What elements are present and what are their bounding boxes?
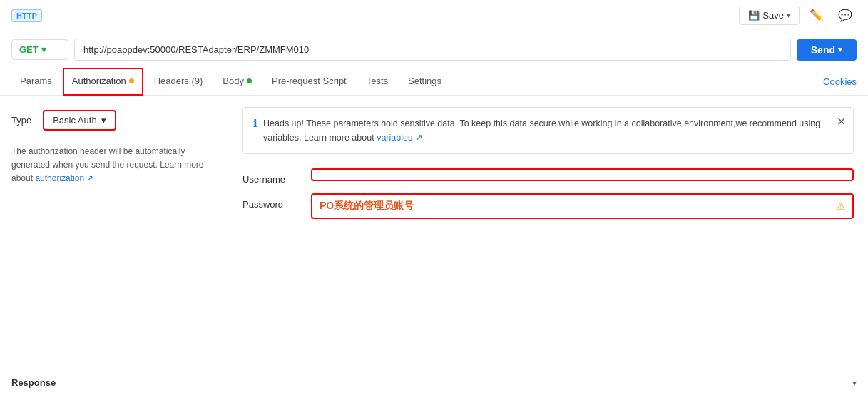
description-text: The authorization header will be automat… — [11, 145, 216, 186]
method-label: GET — [19, 44, 39, 55]
password-field-inner: PO系统的管理员账号 ⚠ — [312, 195, 852, 218]
edit-button[interactable]: ✏️ — [805, 4, 828, 26]
username-input-display — [312, 170, 852, 180]
top-bar-left: HTTP — [11, 10, 42, 21]
info-icon: ℹ — [253, 117, 257, 130]
save-button[interactable]: 💾 Save ▾ — [739, 6, 800, 25]
save-chevron-icon: ▾ — [787, 11, 790, 19]
password-label: Password — [242, 193, 300, 210]
close-banner-button[interactable]: ✕ — [837, 115, 846, 128]
edit-icon: ✏️ — [810, 9, 824, 21]
send-button[interactable]: Send ▾ — [797, 39, 857, 61]
authorization-link[interactable]: authorization ↗ — [35, 173, 93, 183]
tab-settings[interactable]: Settings — [399, 68, 450, 95]
tab-pre-request[interactable]: Pre-request Script — [263, 68, 355, 95]
top-bar: HTTP 💾 Save ▾ ✏️ 💬 — [0, 0, 868, 31]
method-select[interactable]: GET ▾ — [11, 39, 68, 60]
message-icon: 💬 — [838, 9, 852, 21]
method-chevron-icon: ▾ — [41, 44, 46, 55]
tab-headers[interactable]: Headers (9) — [145, 68, 212, 95]
tab-body[interactable]: Body — [214, 68, 260, 95]
password-value: PO系统的管理员账号 — [320, 200, 836, 213]
tab-tests[interactable]: Tests — [358, 68, 397, 95]
url-bar: GET ▾ Send ▾ — [0, 31, 868, 68]
left-panel: Type Basic Auth ▾ The authorization head… — [0, 96, 228, 367]
type-select-dropdown[interactable]: Basic Auth ▾ — [43, 110, 116, 131]
message-button[interactable]: 💬 — [834, 4, 857, 26]
cookies-link[interactable]: Cookies — [823, 69, 857, 94]
url-input[interactable] — [74, 39, 791, 61]
password-row: Password PO系统的管理员账号 ⚠ — [242, 193, 854, 219]
save-icon: 💾 — [748, 10, 760, 21]
type-chevron-icon: ▾ — [101, 115, 106, 126]
info-banner: ℹ Heads up! These parameters hold sensit… — [242, 107, 854, 154]
response-chevron-icon: ▾ — [852, 378, 857, 388]
tab-authorization[interactable]: Authorization — [63, 68, 143, 95]
username-row: Username — [242, 168, 854, 185]
content-area: Type Basic Auth ▾ The authorization head… — [0, 96, 868, 367]
response-label: Response — [11, 377, 56, 388]
type-value: Basic Auth — [53, 115, 96, 126]
http-badge: HTTP — [11, 9, 42, 22]
body-dot — [247, 78, 252, 83]
password-input-wrapper: PO系统的管理员账号 ⚠ — [311, 193, 854, 219]
type-row: Type Basic Auth ▾ — [11, 110, 216, 131]
warning-icon: ⚠ — [836, 200, 845, 213]
right-panel: ℹ Heads up! These parameters hold sensit… — [228, 96, 868, 367]
tab-params[interactable]: Params — [11, 68, 61, 95]
info-banner-text: Heads up! These parameters hold sensitiv… — [263, 116, 843, 145]
username-label: Username — [242, 168, 300, 185]
variables-link[interactable]: variables ↗ — [377, 133, 423, 143]
response-bar[interactable]: Response ▾ — [0, 367, 868, 398]
username-input-wrapper — [311, 168, 854, 181]
tabs-bar: Params Authorization Headers (9) Body Pr… — [0, 68, 868, 96]
send-chevron-icon: ▾ — [838, 45, 842, 54]
authorization-dot — [129, 78, 134, 83]
type-label: Type — [11, 115, 31, 126]
